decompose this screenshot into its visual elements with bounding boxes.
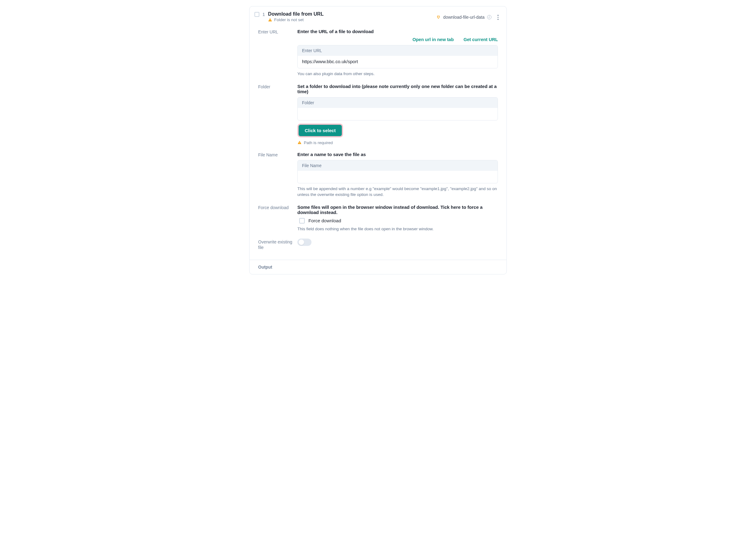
warning-icon (297, 140, 302, 145)
folder-input[interactable] (298, 108, 498, 120)
content-folder: Set a folder to download into (please no… (297, 84, 498, 145)
desc-folder: Set a folder to download into (please no… (297, 84, 498, 94)
field-overwrite: Overwrite existing file (258, 239, 498, 250)
svg-rect-0 (270, 19, 270, 20)
info-icon[interactable]: i (487, 15, 491, 19)
card-title: Download file from URL (268, 11, 323, 17)
toggle-knob (299, 239, 304, 245)
step-card: 1 Download file from URL Folder is not s… (249, 6, 507, 274)
header-right: download-file-url-data i (436, 14, 500, 21)
content-enter-url: Enter the URL of a file to download Open… (297, 29, 498, 77)
plugin-icon (436, 15, 441, 20)
file-name-input-header: File Name (298, 160, 498, 171)
folder-error-text: Path is required (304, 140, 333, 145)
step-checkbox[interactable] (254, 12, 259, 17)
label-overwrite: Overwrite existing file (258, 239, 297, 250)
url-hint: You can also plugin data from other step… (297, 71, 498, 77)
file-name-input[interactable] (298, 171, 498, 183)
url-input[interactable]: https://www.bbc.co.uk/sport (298, 56, 498, 68)
force-download-checkbox[interactable] (299, 218, 305, 224)
url-link-row: Open url in new tab Get current URL (297, 37, 498, 42)
warning-icon (268, 18, 272, 22)
force-download-check-label: Force download (308, 218, 341, 223)
svg-rect-2 (299, 142, 300, 143)
content-overwrite (297, 239, 498, 246)
warning-text: Folder is not set (274, 17, 304, 22)
card-body: Enter URL Enter the URL of a file to dow… (250, 26, 506, 260)
content-file-name: Enter a name to save the file as File Na… (297, 152, 498, 198)
file-name-input-box: File Name (297, 160, 498, 183)
kebab-menu[interactable] (496, 14, 501, 21)
field-folder: Folder Set a folder to download into (pl… (258, 84, 498, 145)
header-left: 1 Download file from URL Folder is not s… (254, 11, 324, 22)
plugin-name: download-file-url-data (443, 15, 485, 20)
force-download-check-row: Force download (297, 218, 498, 224)
label-file-name: File Name (258, 152, 297, 157)
get-current-url-link[interactable]: Get current URL (464, 37, 498, 42)
desc-force-download: Some files will open in the browser wind… (297, 205, 498, 215)
force-download-hint: This field does nothing when the file do… (297, 226, 498, 232)
file-name-hint: This will be appended with a number e.g … (297, 186, 498, 198)
field-file-name: File Name Enter a name to save the file … (258, 152, 498, 198)
svg-rect-1 (270, 21, 270, 21)
field-enter-url: Enter URL Enter the URL of a file to dow… (258, 29, 498, 77)
output-label: Output (258, 265, 272, 270)
header-warning: Folder is not set (268, 17, 323, 22)
url-input-box: Enter URL https://www.bbc.co.uk/sport (297, 45, 498, 68)
card-footer[interactable]: Output (250, 260, 506, 274)
url-input-header: Enter URL (298, 45, 498, 56)
folder-error: Path is required (297, 140, 498, 145)
label-folder: Folder (258, 84, 297, 89)
select-button-highlight: Click to select (297, 124, 343, 137)
open-url-link[interactable]: Open url in new tab (412, 37, 454, 42)
desc-file-name: Enter a name to save the file as (297, 152, 498, 157)
field-force-download: Force download Some files will open in t… (258, 205, 498, 232)
label-force-download: Force download (258, 205, 297, 210)
overwrite-toggle[interactable] (297, 239, 311, 246)
desc-enter-url: Enter the URL of a file to download (297, 29, 498, 34)
card-header: 1 Download file from URL Folder is not s… (250, 6, 506, 26)
step-number: 1 (262, 12, 265, 17)
folder-input-header: Folder (298, 98, 498, 108)
folder-input-box: Folder (297, 97, 498, 120)
title-block: Download file from URL Folder is not set (268, 11, 323, 22)
label-enter-url: Enter URL (258, 29, 297, 34)
click-to-select-button[interactable]: Click to select (299, 125, 342, 136)
content-force-download: Some files will open in the browser wind… (297, 205, 498, 232)
